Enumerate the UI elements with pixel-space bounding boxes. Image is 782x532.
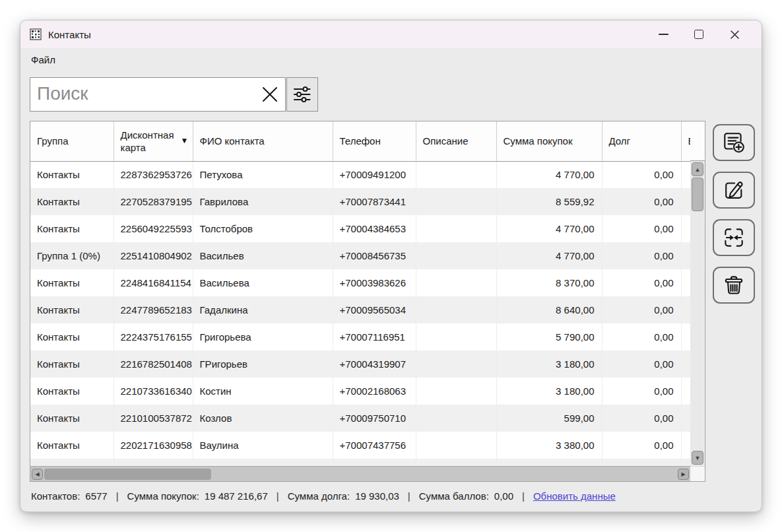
maximize-button[interactable] [681, 24, 717, 45]
cell-purchases: 3 180,00 [496, 350, 602, 378]
table-row[interactable]: Контакты2210100537872Козлов+700097507105… [30, 405, 690, 432]
cell-group: Контакты [30, 215, 114, 242]
status-label: Сумма долга: [288, 490, 350, 502]
table-row[interactable]: Группа 1 (0%)2251410804902Васильев+70008… [30, 242, 690, 269]
cell-card: 2287362953726 [114, 161, 193, 188]
cell-purchases: 4 770,00 [496, 215, 602, 242]
cell-next [681, 215, 690, 242]
cell-debt: 0,00 [602, 215, 681, 242]
scrollbar-corner [690, 466, 705, 481]
cell-card: 2256049225593 [114, 215, 193, 242]
table-row[interactable]: Контакты2216782501408ГРигорьев+700043199… [30, 350, 690, 378]
cell-phone: +70004319907 [333, 350, 416, 378]
contacts-table: ГруппаДисконтная карта▼ФИО контактаТелеф… [30, 121, 690, 466]
cell-name: Ваулина [193, 432, 333, 459]
merge-contacts-button[interactable] [713, 219, 755, 256]
sort-desc-icon: ▼ [181, 135, 189, 147]
cell-next [681, 188, 690, 215]
table-row[interactable]: Контакты2224375176155Григорьева+70007116… [30, 323, 690, 350]
scroll-left-button[interactable]: ◀ [32, 469, 43, 480]
clear-search-button[interactable] [255, 78, 285, 111]
search-box [30, 77, 286, 112]
table-row[interactable]: Контакты2270528379195Гаврилова+700078734… [30, 188, 690, 215]
filter-sliders-icon [293, 85, 311, 104]
scroll-right-icon: ▶ [681, 471, 685, 477]
cell-name: Гадалкина [193, 296, 333, 323]
horizontal-scroll-thumb[interactable] [44, 469, 211, 480]
cell-group: Контакты [30, 378, 114, 405]
cell-group: Контакты [30, 188, 114, 215]
cell-debt: 0,00 [602, 323, 681, 350]
cell-name: Григорьева [193, 323, 333, 350]
pencil-square-icon [721, 178, 746, 203]
cell-purchases: 8 640,00 [496, 296, 602, 323]
cell-debt: 0,00 [602, 432, 681, 459]
column-header-group[interactable]: Группа [30, 121, 114, 161]
cell-description [416, 161, 496, 188]
column-label: Сумма покупок [504, 135, 598, 147]
table-row[interactable]: Контакты2287362953726Петухова+7000949120… [30, 161, 690, 188]
close-button[interactable] [717, 24, 752, 45]
cell-purchases: 5 790,00 [496, 323, 602, 350]
cell-card: 2251410804902 [114, 242, 193, 269]
table-row[interactable]: Контакты2202171630958Ваулина+70007437756… [30, 432, 690, 459]
scroll-right-button[interactable]: ▶ [678, 469, 689, 480]
vertical-scroll-track[interactable]: ▲ ▼ [690, 161, 705, 466]
cell-purchases: 599,00 [496, 405, 602, 432]
column-header-next[interactable]: Б [681, 121, 690, 161]
minimize-button[interactable] [645, 24, 681, 45]
cell-purchases: 8 370,00 [496, 269, 602, 296]
table-row-partial [30, 459, 690, 466]
status-label: Контактов: [31, 490, 80, 502]
cell-card: 2210100537872 [114, 405, 193, 432]
column-label: Долг [609, 135, 677, 147]
column-header-card[interactable]: Дисконтная карта▼ [114, 121, 193, 161]
search-input[interactable] [30, 83, 255, 106]
cell-group: Контакты [30, 432, 114, 459]
cell-debt: 0,00 [602, 350, 681, 378]
cell-description [416, 432, 496, 459]
edit-contact-button[interactable] [713, 172, 755, 209]
cell-next [681, 296, 690, 323]
cell-phone: +70002168063 [333, 378, 416, 405]
cell-purchases: 8 559,92 [496, 188, 602, 215]
column-label: Описание [423, 135, 492, 147]
column-header-debt[interactable]: Долг [602, 121, 681, 161]
column-header-description[interactable]: Описание [416, 121, 496, 161]
delete-contact-button[interactable] [713, 267, 755, 304]
vertical-scroll-thumb[interactable] [692, 178, 703, 211]
filter-button[interactable] [286, 77, 318, 112]
cell-description [416, 405, 496, 432]
cell-phone: +70007437756 [333, 432, 416, 459]
menubar: Файл [20, 48, 762, 69]
titlebar: Контакты [20, 20, 762, 48]
trash-icon [721, 273, 746, 298]
cell-group: Контакты [30, 323, 114, 350]
menu-item-file[interactable]: Файл [31, 54, 55, 65]
cell-phone: +70008456735 [333, 242, 416, 269]
table-row[interactable]: Контакты2210733616340Костин+700021680633… [30, 378, 690, 405]
app-icon [30, 28, 42, 40]
table-row[interactable]: Контакты2247789652183Гадалкина+700095650… [30, 296, 690, 323]
table-row[interactable]: Контакты2256049225593Толстобров+70004384… [30, 215, 690, 242]
column-label: Группа [37, 135, 110, 147]
clear-search-icon [260, 84, 280, 104]
arrows-merge-icon [721, 225, 746, 250]
column-header-name[interactable]: ФИО контакта [193, 121, 333, 161]
scroll-up-button[interactable]: ▲ [692, 162, 703, 176]
cell-debt: 0,00 [602, 378, 681, 405]
cell-card: 2224375176155 [114, 323, 193, 350]
cell-card: 2248416841154 [114, 269, 193, 296]
app-window: Контакты Файл [20, 20, 762, 512]
table-scroll-area: ГруппаДисконтная карта▼ФИО контактаТелеф… [30, 121, 690, 466]
horizontal-scrollbar[interactable]: ◀ ▶ [30, 466, 690, 481]
add-contact-button[interactable] [713, 124, 755, 161]
table-row[interactable]: Контакты2248416841154Васильева+700039836… [30, 269, 690, 296]
status-separator: | [408, 490, 410, 502]
scroll-down-button[interactable]: ▼ [692, 451, 703, 465]
column-header-phone[interactable]: Телефон [333, 121, 416, 161]
cell-group: Контакты [30, 405, 114, 432]
vertical-scrollbar[interactable]: ▲ ▼ [690, 121, 705, 466]
column-header-purchases[interactable]: Сумма покупок [496, 121, 602, 161]
refresh-data-link[interactable]: Обновить данные [533, 490, 616, 502]
